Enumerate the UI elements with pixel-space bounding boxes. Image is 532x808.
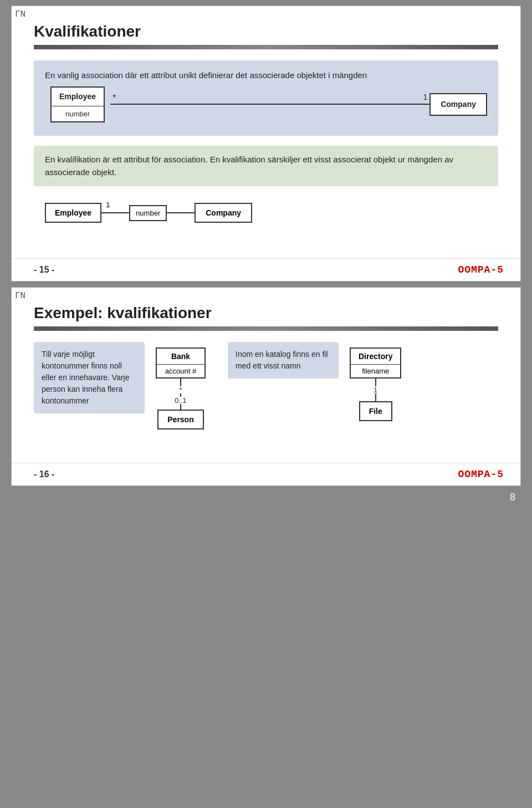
corner-mark-1: ΓΝ [15, 9, 25, 19]
slide-2-title: Exempel: kvalifikationer [34, 304, 498, 322]
mult-0-1: 0..1 [175, 397, 187, 404]
employee-label-1: Employee [52, 88, 104, 106]
page-num-2: - 16 - [34, 469, 54, 479]
diagram-dir: Directory filename 1 File [350, 347, 401, 421]
diagram-2: Employee 1 number Company [39, 196, 498, 229]
file-box: File [359, 401, 392, 421]
example-1-text: Till varje möjligt kontonummer finns nol… [34, 342, 145, 413]
vline-bot-1 [180, 404, 181, 410]
mult-star-1: * [112, 91, 116, 105]
person-box: Person [157, 410, 203, 429]
employee-box-2: Employee [45, 203, 101, 223]
dir-attr: filename [351, 364, 400, 377]
company-box-1: Company [429, 93, 487, 116]
diagram-1: Employee number * 1 Company [50, 86, 487, 123]
vline-top-2 [375, 379, 376, 386]
one-mult: 1 [374, 386, 377, 393]
diagram-bank: Bank account # * 0..1 Person [156, 347, 206, 429]
bank-box: Bank account # [156, 347, 206, 379]
assoc-line-1: * 1 [110, 96, 429, 112]
brand-logo-2: OOMPA-5 [458, 469, 504, 480]
body-box: En kvalifikation är ett attribut för ass… [34, 146, 498, 186]
slide-1: ΓΝ Kvalifikationer En vanlig association… [11, 6, 521, 282]
example-1: Till varje möjligt kontonummer finns nol… [34, 342, 206, 435]
slide-1-footer: - 15 - OOMPA-5 [12, 258, 520, 281]
example-2-text: Inom en katalog finns en fil med ett vis… [228, 342, 339, 379]
slide-1-title: Kvalifikationer [34, 23, 498, 40]
brand-logo-1: OOMPA-5 [458, 264, 504, 275]
corner-mark-2: ΓΝ [15, 291, 25, 301]
slide-2: ΓΝ Exempel: kvalifikationer Till varje m… [11, 287, 521, 486]
divider-bar-2 [34, 326, 498, 331]
page-num-1: - 15 - [34, 265, 54, 275]
dir-title: Directory [351, 349, 400, 364]
qualifier-box: number [129, 205, 167, 221]
bank-attr: account # [157, 364, 204, 377]
vert-line-1: * 0..1 [172, 379, 189, 410]
vline-top-1 [180, 379, 181, 386]
body-text: En kvalifikation är ett attribut för ass… [45, 155, 453, 177]
bank-title: Bank [157, 349, 204, 364]
employee-box-1: Employee number [50, 86, 105, 123]
vert-line-2: 1 [367, 379, 384, 401]
mult-label-d2: 1 [106, 201, 110, 209]
mult-one-1: 1 [423, 91, 427, 103]
employee-attr-1: number [52, 106, 104, 122]
star-mult: * [179, 386, 182, 393]
company-box-2: Company [195, 203, 252, 223]
slide-2-footer: - 16 - OOMPA-5 [12, 463, 520, 485]
examples-row: Till varje möjligt kontonummer finns nol… [34, 342, 498, 435]
vline-bot-2 [375, 393, 376, 401]
example-2: Inom en katalog finns en fil med ett vis… [228, 342, 401, 435]
hline-1 [110, 104, 429, 105]
outer-page-number: 8 [510, 492, 515, 503]
intro-text: En vanlig association där ett attribut u… [45, 70, 367, 80]
divider-bar-1 [34, 45, 498, 49]
intro-box: En vanlig association där ett attribut u… [34, 60, 498, 136]
dir-box: Directory filename [350, 347, 401, 379]
